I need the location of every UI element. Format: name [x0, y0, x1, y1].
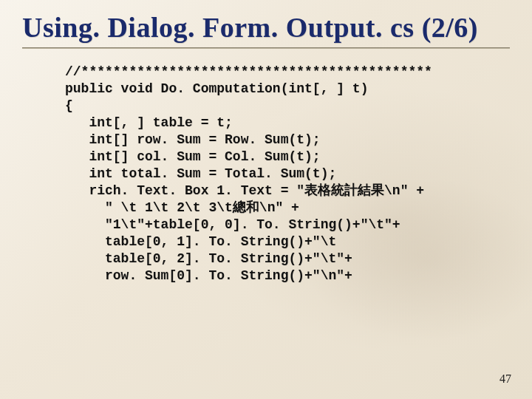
slide-title: Using. Dialog. Form. Output. cs (2/6) [22, 13, 510, 43]
code-area: //**************************************… [22, 64, 510, 284]
page-number: 47 [499, 372, 511, 386]
slide: Using. Dialog. Form. Output. cs (2/6) //… [0, 0, 532, 399]
title-divider [22, 47, 510, 49]
code-block: //**************************************… [65, 64, 510, 284]
